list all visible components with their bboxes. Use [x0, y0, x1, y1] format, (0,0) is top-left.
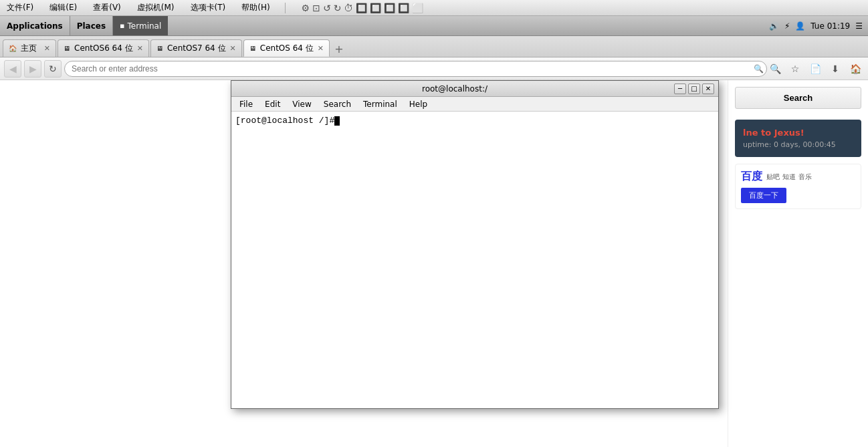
tab-centos6-close[interactable]: ✕: [137, 44, 143, 53]
main-content: Google Search 500: [0, 80, 868, 447]
forward-button[interactable]: ▶: [24, 60, 41, 78]
vm-icon-5[interactable]: ⏱: [344, 3, 353, 13]
battery-icon[interactable]: 👤: [795, 21, 805, 31]
tab-home-icon: 🏠: [9, 45, 17, 52]
terminal-taskbar-btn[interactable]: ▪ Terminal: [113, 16, 168, 35]
refresh-button[interactable]: ↻: [44, 60, 62, 78]
nav-bar: ◀ ▶ ↻ 🔍 🔍 ☆ 📄 ⬇ 🏠: [0, 57, 868, 80]
baidu-nav-1[interactable]: 贴吧: [766, 172, 780, 182]
baidu-search-button[interactable]: 百度一下: [741, 188, 786, 203]
right-baidu-area: 百度 贴吧 知道 音乐 百度一下: [735, 164, 861, 209]
tab-centos64-close[interactable]: ✕: [318, 44, 324, 53]
right-uptime: uptime: 0 days, 00:00:45: [743, 140, 853, 149]
vm-icon-4[interactable]: ↻: [334, 3, 342, 13]
vm-icon-9[interactable]: 🔲: [398, 3, 409, 13]
tab-centos64-label: CentOS 64 位: [260, 43, 314, 54]
tab-home-close[interactable]: ✕: [44, 44, 50, 53]
tab-centos7[interactable]: 🖥 CentOS7 64 位 ✕: [150, 39, 242, 57]
nav-reader-icon[interactable]: 📄: [806, 60, 824, 78]
bluetooth-icon[interactable]: ⚡: [784, 21, 790, 31]
tab-centos7-icon: 🖥: [156, 45, 163, 52]
nav-home-icon[interactable]: 🏠: [847, 60, 864, 78]
tab-centos64-icon: 🖥: [249, 45, 256, 52]
nav-download-icon[interactable]: ⬇: [827, 60, 844, 78]
right-search-area: Search: [735, 87, 861, 109]
terminal-title: root@localhost:/: [235, 84, 674, 94]
baidu-logo: 百度: [741, 170, 762, 184]
right-search-button[interactable]: Search: [735, 87, 861, 109]
terminal-minimize[interactable]: ─: [674, 84, 686, 94]
baidu-nav-3[interactable]: 音乐: [798, 172, 812, 182]
baidu-nav-2[interactable]: 知道: [782, 172, 796, 182]
tab-centos6[interactable]: 🖥 CentOS6 64 位 ✕: [58, 39, 149, 57]
browser: 🏠 主页 ✕ 🖥 CentOS6 64 位 ✕ 🖥 CentOS7 64 位 ✕…: [0, 36, 868, 447]
vm-icon-6[interactable]: 🔲: [356, 3, 367, 13]
tab-centos6-icon: 🖥: [64, 45, 70, 52]
volume-icon[interactable]: 🔊: [769, 21, 779, 31]
menu-help[interactable]: 帮助(H): [237, 1, 274, 15]
tab-centos6-label: CentOS6 64 位: [74, 43, 133, 54]
separator-1: [285, 3, 286, 13]
right-welcome-section: lne to Jexus! uptime: 0 days, 00:00:45: [735, 120, 861, 157]
terminal-window: root@localhost:/ ─ □ ✕ File Edit View Se…: [231, 80, 719, 409]
vm-icon-10[interactable]: ⬜: [412, 3, 423, 13]
menu-vm[interactable]: 虚拟机(M): [133, 1, 179, 15]
baidu-header: 百度 贴吧 知道 音乐: [741, 170, 855, 184]
places-menu[interactable]: Places: [70, 16, 113, 35]
right-welcome-title: lne to Jexus!: [743, 128, 853, 138]
system-taskbar: Applications Places ▪ Terminal 🔊 ⚡ 👤 Tue…: [0, 16, 868, 36]
term-menu-search[interactable]: Search: [318, 98, 356, 110]
nav-search-icon[interactable]: 🔍: [766, 60, 784, 78]
nav-right-icons: 🔍 ☆ 📄 ⬇ 🏠: [766, 60, 864, 78]
term-menu-help[interactable]: Help: [404, 98, 433, 110]
address-search-icon: 🔍: [754, 64, 764, 73]
nav-bookmark-icon[interactable]: ☆: [786, 60, 804, 78]
vm-icon-3[interactable]: ↺: [323, 3, 331, 13]
new-tab-button[interactable]: +: [331, 41, 347, 57]
vm-icon-1[interactable]: ⚙: [302, 3, 310, 13]
terminal-icon: ▪: [120, 21, 124, 30]
applications-menu[interactable]: Applications: [0, 16, 70, 35]
vm-icon-2[interactable]: ⊡: [312, 3, 320, 13]
terminal-cursor: [334, 116, 340, 126]
address-bar[interactable]: [64, 61, 767, 77]
terminal-close[interactable]: ✕: [702, 84, 714, 94]
terminal-prompt-line: [root@localhost /]#: [235, 116, 714, 126]
terminal-prompt-text: [root@localhost /]#: [235, 116, 334, 126]
vm-menubar: 文件(F) 编辑(E) 查看(V) 虚拟机(M) 选项卡(T) 帮助(H) ⚙ …: [0, 0, 868, 16]
menu-tabs[interactable]: 选项卡(T): [187, 1, 230, 15]
terminal-menubar: File Edit View Search Terminal Help: [231, 97, 718, 112]
back-button[interactable]: ◀: [4, 60, 21, 78]
tab-centos7-label: CentOS7 64 位: [167, 43, 226, 54]
terminal-titlebar: root@localhost:/ ─ □ ✕: [231, 81, 718, 97]
terminal-body[interactable]: [root@localhost /]#: [231, 112, 718, 408]
tab-home-label: 主页: [21, 43, 37, 54]
tab-centos64[interactable]: 🖥 CentOS 64 位 ✕: [243, 39, 330, 57]
term-menu-edit[interactable]: Edit: [259, 98, 286, 110]
tab-centos7-close[interactable]: ✕: [230, 44, 236, 53]
terminal-maximize[interactable]: □: [688, 84, 700, 94]
tray-icon[interactable]: ☰: [855, 21, 863, 31]
term-menu-terminal[interactable]: Terminal: [358, 98, 403, 110]
menu-edit[interactable]: 编辑(E): [45, 1, 81, 15]
menu-view[interactable]: 查看(V): [89, 1, 125, 15]
clock: Tue 01:19: [810, 21, 850, 31]
tab-home[interactable]: 🏠 主页 ✕: [3, 39, 56, 57]
term-menu-file[interactable]: File: [234, 98, 258, 110]
toolbar-icons: ⚙ ⊡ ↺ ↻ ⏱ 🔲 🔲 🔲 🔲 ⬜: [302, 3, 424, 13]
menu-file[interactable]: 文件(F): [3, 1, 37, 15]
term-menu-view[interactable]: View: [287, 98, 316, 110]
tab-bar: 🏠 主页 ✕ 🖥 CentOS6 64 位 ✕ 🖥 CentOS7 64 位 ✕…: [0, 36, 868, 57]
right-panel: Search lne to Jexus! uptime: 0 days, 00:…: [728, 80, 868, 447]
terminal-controls: ─ □ ✕: [674, 84, 714, 94]
baidu-nav: 贴吧 知道 音乐: [766, 172, 812, 182]
vm-icon-8[interactable]: 🔲: [384, 3, 395, 13]
vm-icon-7[interactable]: 🔲: [370, 3, 381, 13]
system-tray: 🔊 ⚡ 👤 Tue 01:19 ☰: [764, 21, 868, 31]
